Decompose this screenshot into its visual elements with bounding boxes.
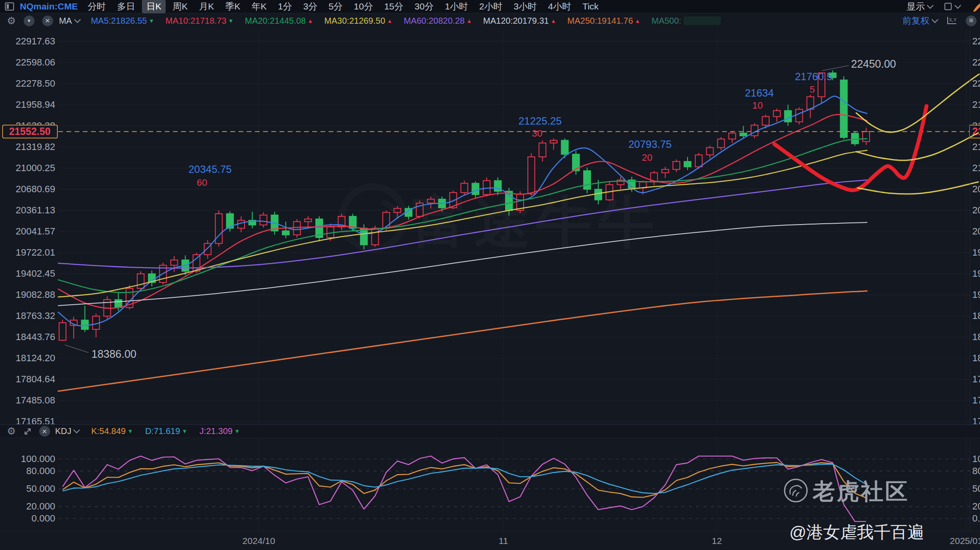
time-axis-label: 2024/10: [242, 536, 275, 546]
tab-年K[interactable]: 年K: [246, 0, 272, 13]
candle: [59, 323, 66, 341]
candle: [283, 231, 289, 235]
price-axis-label-right: 17804.64: [972, 374, 980, 384]
tab-日K[interactable]: 日K: [142, 0, 166, 13]
tab-周K[interactable]: 周K: [167, 0, 193, 13]
tab-5分[interactable]: 5分: [323, 0, 349, 13]
candle: [561, 141, 568, 154]
candle: [372, 228, 379, 245]
price-axis-label-right: 18443.76: [972, 331, 980, 342]
candle: [740, 133, 747, 136]
ma-value-MA60[interactable]: MA60:20820.28▲: [404, 16, 472, 26]
ma500-item[interactable]: MA500:: [651, 16, 721, 26]
indicator-value-text: MA20:21445.08: [245, 16, 306, 26]
triangle-up-icon: ▲: [308, 18, 313, 24]
tab-15分[interactable]: 15分: [379, 0, 409, 13]
price-axis-label: 17485.08: [16, 395, 55, 406]
price-axis-label-right: 22278.50: [972, 78, 980, 89]
candle: [695, 155, 702, 167]
annotation-note: 18386.00: [91, 348, 136, 360]
chart-style-menu[interactable]: [944, 2, 960, 11]
expand-panel-icon[interactable]: [23, 427, 32, 436]
tab-月K[interactable]: 月K: [193, 0, 220, 13]
annotation-price: 21760.5: [795, 71, 832, 82]
kdj-axis-label-right: 0.000: [972, 513, 980, 524]
candle: [840, 80, 847, 138]
candle: [293, 222, 300, 235]
tab-分时[interactable]: 分时: [82, 0, 111, 13]
candle: [762, 116, 769, 125]
candle: [528, 157, 535, 194]
price-axis-label-right: 21319.82: [972, 141, 980, 152]
axis-settings-icon[interactable]: X,Y: [945, 16, 958, 26]
tab-1分[interactable]: 1分: [272, 0, 298, 13]
candle: [472, 183, 479, 194]
close-indicator-icon[interactable]: ×: [42, 16, 53, 26]
chart-canvas[interactable]: 富途牛牛22917.6322917.6322598.0622598.062227…: [0, 28, 980, 550]
price-axis-label: 20361.13: [16, 205, 55, 216]
tab-10分[interactable]: 10分: [348, 0, 378, 13]
tab-2小时[interactable]: 2小时: [474, 0, 508, 13]
tab-3小时[interactable]: 3小时: [508, 0, 543, 13]
kdj-line-D: [63, 464, 866, 494]
kdj-value-K[interactable]: K:54.849▼: [91, 426, 133, 436]
ma-value-MA5[interactable]: MA5:21826.55▼: [91, 16, 154, 26]
candle: [684, 162, 691, 167]
annotation-period: 20: [642, 152, 652, 163]
price-axis-label-right: 22917.63: [972, 36, 980, 47]
close-indicator-icon[interactable]: ×: [39, 426, 50, 437]
ma500-value-obscured: [684, 16, 721, 25]
ma-value-MA250[interactable]: MA250:19141.76▲: [567, 16, 640, 26]
top-toolbar: NQmain:CME 分时多日日K周K月K季K年K1分3分5分10分15分30分…: [0, 0, 980, 13]
tab-30分[interactable]: 30分: [409, 0, 439, 13]
price-axis-label: 22598.06: [16, 57, 55, 68]
current-price-label: 21552.50: [9, 126, 50, 137]
ma-value-MA30[interactable]: MA30:21269.50▲: [324, 16, 393, 26]
kdj-indicator-menu[interactable]: KDJ: [55, 426, 79, 436]
price-axis-label: 21319.82: [16, 141, 55, 152]
ma-row-right: 前复权 X,Y ≡: [902, 15, 980, 27]
triangle-up-icon: ▲: [387, 18, 393, 24]
kdj-axis-label: 0.000: [31, 513, 55, 524]
price-axis-label-right: 19082.88: [972, 289, 980, 300]
menu-icon[interactable]: ≡: [966, 16, 977, 26]
candle: [773, 111, 780, 117]
price-axis-label: 22917.63: [16, 36, 55, 47]
candle: [729, 133, 736, 139]
kdj-axis-label: 100.000: [21, 453, 55, 464]
ma500-label: MA500:: [651, 16, 681, 26]
candle: [863, 131, 870, 141]
candle: [260, 215, 267, 225]
panel-layout-icon[interactable]: [4, 1, 15, 12]
tab-Tick[interactable]: Tick: [577, 0, 604, 12]
ma-value-MA10[interactable]: MA10:21718.73▼: [166, 16, 234, 26]
annotation-price: 20793.75: [628, 138, 672, 150]
tab-1小时[interactable]: 1小时: [439, 0, 474, 13]
price-axis-label-right: 19402.45: [972, 268, 980, 279]
candle: [171, 260, 178, 265]
tab-4小时[interactable]: 4小时: [542, 0, 577, 13]
price-axis-label: 18763.32: [16, 310, 55, 321]
tab-季K[interactable]: 季K: [220, 0, 246, 13]
kdj-axis-label-right: 50.000: [972, 483, 980, 494]
ma-value-MA20[interactable]: MA20:21445.08▲: [245, 16, 313, 26]
kdj-value-D[interactable]: D:71.619▼: [145, 426, 187, 436]
indicator-value-text: MA10:21718.73: [166, 16, 226, 26]
tab-3分[interactable]: 3分: [298, 0, 323, 13]
adjust-mode-menu[interactable]: 前复权: [902, 15, 937, 27]
triangle-down-icon: ▼: [234, 428, 240, 434]
kdj-value-J[interactable]: J:21.309▼: [199, 426, 240, 436]
ma-value-MA120[interactable]: MA120:20179.31▲: [483, 16, 556, 26]
candle: [707, 147, 713, 155]
display-menu[interactable]: 显示: [907, 0, 933, 12]
tab-多日[interactable]: 多日: [111, 0, 141, 13]
gear-icon[interactable]: ⚙: [7, 16, 16, 26]
draw-pen-icon[interactable]: [972, 1, 980, 12]
ma-indicator-menu[interactable]: MA: [59, 16, 80, 26]
trading-app: { "header": { "symbol": "NQmain:CME", "t…: [0, 0, 980, 550]
gear-icon[interactable]: ⚙: [7, 426, 16, 436]
indicator-value-text: MA120:20179.31: [483, 16, 549, 26]
collapse-panel-icon[interactable]: ▼: [24, 16, 35, 26]
symbol-title[interactable]: NQmain:CME: [20, 1, 78, 12]
price-axis-label: 18124.20: [16, 353, 55, 363]
